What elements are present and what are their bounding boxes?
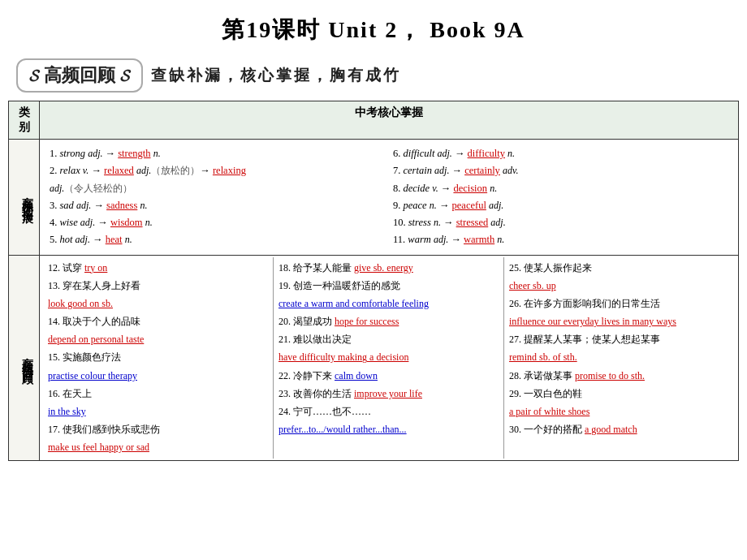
vocab-item-9: 9. peace n. → peaceful adj. [393,197,728,214]
category-phrase: 高频短语回顾 [9,255,40,460]
vocab-content: 1. strong adj. → strength n. 2. relax v.… [40,140,739,256]
logo-icon: 𝓢 [29,67,39,84]
vocab-item-2: 2. relax v. → relaxed adj.（放松的）→ relaxin… [50,162,385,197]
phrase-28: 28. 承诺做某事 promise to do sth. [509,367,730,385]
phrase-col1: 12. 试穿 try on 13. 穿在某人身上好看 look good on … [43,257,274,459]
vocab-right: 6. difficult adj. → difficulty n. 7. cer… [393,145,728,249]
logo-icon2: 𝓢 [120,67,130,84]
phrase-29: 29. 一双白色的鞋 a pair of white shoes [509,385,730,420]
phrase-22: 22. 冷静下来 calm down [279,367,499,385]
phrase-14: 14. 取决于个人的品味 depend on personal taste [48,312,268,348]
phrase-19: 19. 创造一种温暖舒适的感觉 create a warm and comfor… [279,277,499,312]
vocab-item-10: 10. stress n. → stressed adj. [393,214,728,231]
phrase-30: 30. 一个好的搭配 a good match [509,420,730,438]
col-category: 类别 [9,101,40,140]
phrase-13: 13. 穿在某人身上好看 look good on sb. [48,277,268,312]
vocab-item-6: 6. difficult adj. → difficulty n. [393,145,728,162]
vocab-row: 高频词汇拓展 1. strong adj. → strength n. 2. r… [9,140,739,256]
vocab-left: 1. strong adj. → strength n. 2. relax v.… [50,145,385,249]
vocab-item-5: 5. hot adj. → heat n. [50,231,385,248]
phrase-col3: 25. 使某人振作起来 cheer sb. up 26. 在许多方面影响我们的日… [504,257,735,459]
phrase-16: 16. 在天上 in the sky [48,385,268,420]
main-table: 类别 中考核心掌握 高频词汇拓展 1. strong adj. → streng… [8,101,739,461]
phrase-12: 12. 试穿 try on [48,259,268,277]
category-vocab: 高频词汇拓展 [9,140,40,256]
banner-subtitle: 查缺补漏，核心掌握，胸有成竹 [151,65,401,86]
phrase-23: 23. 改善你的生活 improve your life [279,385,499,403]
phrase-17: 17. 使我们感到快乐或悲伤 make us feel happy or sad [48,420,268,456]
vocab-item-1: 1. strong adj. → strength n. [50,145,385,162]
col-content: 中考核心掌握 [40,101,739,140]
vocab-item-4: 4. wise adj. → wisdom n. [50,214,385,231]
phrase-15: 15. 实施颜色疗法 practise colour therapy [48,348,268,384]
phrase-row: 高频短语回顾 12. 试穿 try on 13. 穿在某人身上好看 look g… [9,255,739,460]
vocab-item-11: 11. warm adj. → warmth n. [393,231,728,248]
phrase-21: 21. 难以做出决定 have difficulty making a deci… [279,330,499,366]
phrase-18: 18. 给予某人能量 give sb. energy [279,259,499,277]
phrase-20: 20. 渴望成功 hope for success [279,312,499,330]
vocab-item-7: 7. certain adj. → certainly adv. [393,162,728,179]
table-header: 类别 中考核心掌握 [9,101,739,140]
banner-logo: 𝓢 高频回顾 𝓢 [16,58,143,93]
phrase-26: 26. 在许多方面影响我们的日常生活 influence our everyda… [509,295,730,330]
phrase-col2: 18. 给予某人能量 give sb. energy 19. 创造一种温暖舒适的… [274,257,504,459]
vocab-item-3: 3. sad adj. → sadness n. [50,197,385,214]
phrase-content: 12. 试穿 try on 13. 穿在某人身上好看 look good on … [40,255,739,460]
phrase-25: 25. 使某人振作起来 cheer sb. up [509,259,730,295]
phrase-27: 27. 提醒某人某事；使某人想起某事 remind sb. of sth. [509,330,730,366]
page-title: 第19课时 Unit 2， Book 9A [0,0,747,54]
vocab-item-8: 8. decide v. → decision n. [393,180,728,197]
banner: 𝓢 高频回顾 𝓢 查缺补漏，核心掌握，胸有成竹 [0,54,747,101]
phrase-24: 24. 宁可……也不…… prefer...to.../would rather… [279,403,499,438]
